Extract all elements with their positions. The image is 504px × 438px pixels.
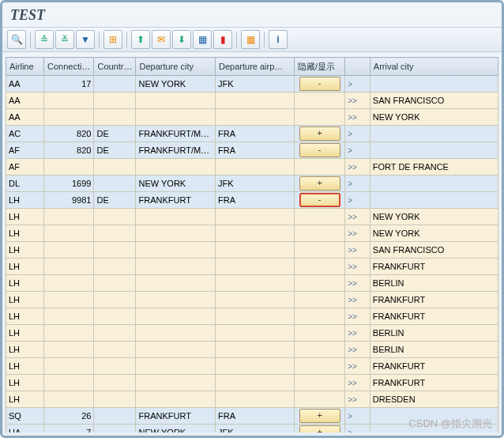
cell-arrival-city: NEW YORK [370,209,498,225]
table-row[interactable]: LH>>FRANKFURT [6,292,498,308]
excel-button[interactable]: ▦ [193,30,212,49]
export-icon: ⬆ [137,34,145,45]
cell-hide-show [294,259,344,275]
cell-arrival-city: FRANKFURT [370,308,498,325]
cell-arrival-city [370,126,498,142]
cell-departure-city: NEW YORK [136,425,216,433]
table-row[interactable]: AC820DEFRANKFURT/M…FRA+> [6,126,498,142]
cell-arrow: > [345,126,370,142]
table-row[interactable]: LH>>BERLIN [6,342,498,358]
cell-connection: 820 [44,142,94,159]
table-row[interactable]: AA>>SAN FRANCISCO [6,93,498,109]
cell-departure-city [136,325,216,342]
cell-arrival-city: SAN FRANCISCO [370,93,498,109]
table-row[interactable]: LH>>FRANKFURT [6,375,498,391]
cell-arrow: >> [345,391,370,408]
toggle-button[interactable]: - [299,143,340,157]
sum-button[interactable]: ⊞ [103,30,122,49]
cell-arrow: > [345,425,370,433]
download-icon: ⬇ [178,34,186,45]
cell-departure-city [136,342,216,358]
alv-grid[interactable]: Airline Connecti… Countr… Departure city… [6,57,498,432]
col-connection[interactable]: Connecti… [44,58,94,76]
cell-departure-airport [216,391,295,408]
table-row[interactable]: LH>>NEW YORK [6,225,498,242]
cell-arrival-city [370,142,498,159]
cell-airline: DL [6,176,44,192]
toggle-button[interactable]: - [299,77,340,91]
toggle-button[interactable]: + [299,409,340,423]
cell-airline: LH [6,358,44,375]
cell-country [94,342,136,358]
send-button[interactable]: ✉ [152,30,171,49]
cell-country [94,308,136,325]
find-button[interactable]: 🔍 [7,30,26,49]
table-row[interactable]: LH>>FRANKFURT [6,358,498,375]
cell-country [94,292,136,308]
cell-departure-city [136,159,216,176]
toggle-button[interactable]: - [299,193,340,207]
toggle-button[interactable]: + [299,126,340,141]
layout-button[interactable]: ▦ [241,30,260,49]
table-row[interactable]: DL1699NEW YORKJFK+> [6,176,498,192]
table-row[interactable]: LH>>SAN FRANCISCO [6,242,498,259]
cell-hide-show: + [294,408,344,425]
info-button[interactable]: i [269,30,288,49]
cell-hide-show: - [294,192,344,209]
cell-connection: 17 [44,76,94,93]
cell-departure-city: FRANKFURT [136,192,216,209]
cell-connection [44,93,94,109]
col-country[interactable]: Countr… [94,58,136,76]
sort-asc-button[interactable]: ≙ [35,30,54,49]
sort-desc-button[interactable]: ≚ [55,30,74,49]
table-row[interactable]: AF820DEFRANKFURT/M…FRA-> [6,142,498,159]
cell-country [94,259,136,275]
cell-arrow: >> [345,159,370,176]
col-arrival-city[interactable]: Arrival city [370,58,498,76]
filter-button[interactable]: ▼ [76,30,95,49]
table-row[interactable]: LH>>FRANKFURT [6,308,498,325]
cell-airline: AC [6,126,44,142]
data-table: Airline Connecti… Countr… Departure city… [6,57,498,432]
toggle-button[interactable]: + [299,425,340,432]
cell-airline: LH [6,242,44,259]
cell-hide-show [294,375,344,391]
cell-hide-show [294,342,344,358]
col-departure-city[interactable]: Departure city [136,58,216,76]
col-arrow[interactable] [345,58,370,76]
table-row[interactable]: AF>>FORT DE FRANCE [6,159,498,176]
cell-arrow: >> [345,109,370,126]
table-row[interactable]: AA>>NEW YORK [6,109,498,126]
sort-asc-icon: ≙ [40,34,48,45]
export-button[interactable]: ⬆ [131,30,150,49]
cell-country [94,76,136,93]
chart-button[interactable]: ▮ [213,30,232,49]
table-row[interactable]: LH9981DEFRANKFURTFRA-> [6,192,498,209]
cell-departure-airport [216,375,295,391]
cell-departure-city [136,292,216,308]
col-departure-airport[interactable]: Departure airp… [216,58,295,76]
col-hide-show[interactable]: 隐藏/显示 [294,58,344,76]
cell-arrival-city: NEW YORK [370,109,498,126]
table-row[interactable]: LH>>FRANKFURT [6,259,498,275]
cell-connection: 1699 [44,176,94,192]
download-button[interactable]: ⬇ [172,30,191,49]
table-row[interactable]: LH>>DRESDEN [6,391,498,408]
table-row[interactable]: AA17NEW YORKJFK-> [6,76,498,93]
cell-connection [44,358,94,375]
cell-departure-airport [216,159,295,176]
table-row[interactable]: LH>>BERLIN [6,275,498,292]
toggle-button[interactable]: + [299,176,340,191]
cell-departure-airport [216,93,295,109]
cell-arrow: > [345,176,370,192]
col-airline[interactable]: Airline [6,58,44,76]
cell-departure-city [136,225,216,242]
separator [264,32,265,47]
cell-country [94,358,136,375]
table-row[interactable]: LH>>BERLIN [6,325,498,342]
table-row[interactable]: LH>>NEW YORK [6,209,498,225]
cell-country [94,159,136,176]
cell-connection [44,225,94,242]
cell-hide-show [294,93,344,109]
cell-airline: LH [6,209,44,225]
